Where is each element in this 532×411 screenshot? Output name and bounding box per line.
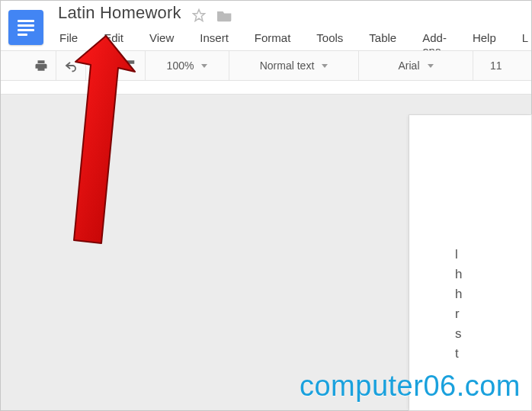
chevron-down-icon <box>322 64 328 68</box>
style-value: Normal text <box>260 59 315 72</box>
svg-marker-0 <box>194 9 205 21</box>
paragraph-style-dropdown[interactable]: Normal text <box>229 51 359 80</box>
folder-icon[interactable] <box>217 8 232 22</box>
undo-button[interactable] <box>56 51 86 80</box>
app-logo[interactable] <box>8 10 43 45</box>
star-icon[interactable] <box>192 8 206 22</box>
page[interactable]: l h h r s t <box>409 115 531 410</box>
font-size-value: 11 <box>490 59 502 72</box>
watermark-text: computer06.com <box>300 370 521 403</box>
print-button[interactable] <box>27 51 56 80</box>
chevron-down-icon <box>201 64 207 68</box>
font-dropdown[interactable]: Arial <box>359 51 473 80</box>
chevron-down-icon <box>428 64 434 68</box>
document-canvas: l h h r s t <box>1 95 531 410</box>
zoom-value: 100% <box>167 59 194 72</box>
zoom-dropdown[interactable]: 100% <box>146 51 229 80</box>
toolbar: 100% Normal text Arial 11 <box>1 50 531 81</box>
page-content: l h h r s t <box>455 245 527 364</box>
paint-format-button[interactable] <box>116 51 146 80</box>
font-value: Arial <box>398 59 419 72</box>
ruler <box>1 81 531 95</box>
document-title[interactable]: Latin Homework <box>58 3 181 22</box>
docs-icon <box>18 18 34 38</box>
redo-button[interactable] <box>86 51 116 80</box>
font-size-dropdown[interactable]: 11 <box>473 51 510 80</box>
